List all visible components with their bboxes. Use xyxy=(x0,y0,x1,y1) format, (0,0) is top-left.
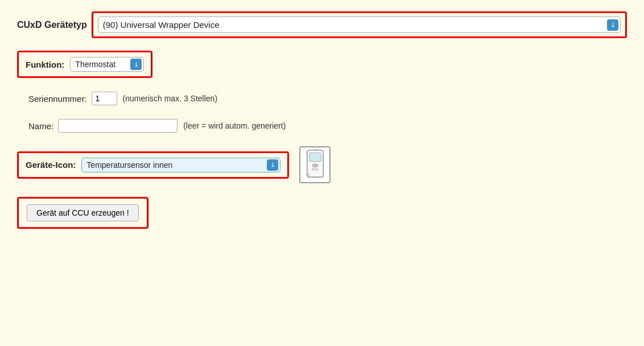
device-type-select[interactable]: (90) Universal Wrapper Device xyxy=(98,17,621,33)
funktion-select-wrapper[interactable]: Thermostat Schalter Dimmer Jalousie ⤓ xyxy=(70,57,144,72)
serial-input[interactable] xyxy=(92,92,117,105)
device-type-label: CUxD Gerätetyp xyxy=(17,20,87,30)
device-type-select-wrapper[interactable]: (90) Universal Wrapper Device ⤓ xyxy=(98,17,621,33)
funktion-select[interactable]: Thermostat Schalter Dimmer Jalousie xyxy=(70,57,144,72)
funktion-label: Funktion: xyxy=(26,60,64,69)
device-icon-preview xyxy=(299,146,331,183)
icon-select-wrapper[interactable]: Temperatursensor innen Temperatursensor … xyxy=(81,158,280,172)
thermostat-icon-svg xyxy=(304,149,327,180)
serial-label: Seriennummer: xyxy=(28,94,87,104)
name-row: Name: (leer = wird autom. generiert) xyxy=(28,119,627,133)
funktion-highlight-box: Funktion: Thermostat Schalter Dimmer Jal… xyxy=(17,51,152,78)
svg-rect-1 xyxy=(309,153,321,162)
svg-rect-3 xyxy=(312,168,318,170)
geraete-icon-highlight-box: Geräte-Icon: Temperatursensor innen Temp… xyxy=(17,151,289,179)
generate-button-highlight-box: Gerät auf CCU erzeugen ! xyxy=(17,197,148,229)
generate-row: Gerät auf CCU erzeugen ! xyxy=(17,197,627,229)
name-input[interactable] xyxy=(58,119,177,133)
geraete-icon-label: Geräte-Icon: xyxy=(26,160,76,170)
name-hint: (leer = wird autom. generiert) xyxy=(183,121,286,130)
device-type-row: CUxD Gerätetyp (90) Universal Wrapper De… xyxy=(17,11,627,38)
funktion-row: Funktion: Thermostat Schalter Dimmer Jal… xyxy=(17,51,627,78)
serial-row: Seriennummer: (numerisch max. 3 Stellen) xyxy=(28,92,627,105)
generate-button[interactable]: Gerät auf CCU erzeugen ! xyxy=(27,204,139,221)
device-type-highlight-box: (90) Universal Wrapper Device ⤓ xyxy=(92,11,627,38)
serial-hint: (numerisch max. 3 Stellen) xyxy=(123,94,218,103)
geraete-icon-row: Geräte-Icon: Temperatursensor innen Temp… xyxy=(17,146,627,183)
svg-rect-2 xyxy=(312,164,317,167)
icon-select[interactable]: Temperatursensor innen Temperatursensor … xyxy=(81,158,280,172)
name-label: Name: xyxy=(28,121,53,131)
